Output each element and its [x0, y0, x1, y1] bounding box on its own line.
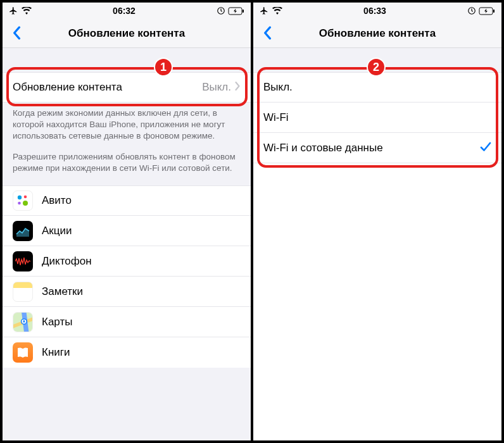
- app-label: Авито: [42, 194, 241, 207]
- app-row-notes[interactable]: Заметки: [3, 277, 251, 307]
- airplane-icon: [260, 6, 268, 15]
- app-row-stocks[interactable]: Акции: [3, 216, 251, 246]
- orientation-lock-icon: [467, 6, 476, 15]
- content-left: Обновление контента Выкл. Когда режим эк…: [3, 48, 251, 368]
- status-left: [260, 6, 282, 15]
- option-label: Wi-Fi и сотовые данные: [263, 142, 480, 154]
- option-off[interactable]: Выкл.: [253, 72, 501, 103]
- app-label: Карты: [42, 316, 241, 328]
- footer-text-2: Разрешите приложениям обновлять контент …: [13, 151, 241, 174]
- app-row-books[interactable]: Книги: [3, 337, 251, 368]
- side-by-side-container: 06:32 Обновление контента Обновление кон…: [0, 0, 504, 443]
- battery-charging-icon: [479, 7, 495, 15]
- svg-point-6: [23, 201, 28, 206]
- footer-text-1: Когда режим экономии данных включен для …: [13, 108, 241, 142]
- chevron-right-icon: [235, 81, 241, 94]
- app-row-voicememos[interactable]: Диктофон: [3, 246, 251, 277]
- svg-point-4: [24, 196, 27, 199]
- section-footer: Когда режим экономии данных включен для …: [3, 103, 251, 185]
- wifi-icon: [22, 7, 32, 15]
- books-icon: [13, 342, 33, 363]
- section-gap: [3, 48, 251, 72]
- app-label: Акции: [42, 225, 241, 237]
- back-button[interactable]: [8, 24, 25, 42]
- svg-rect-11: [493, 9, 495, 13]
- row-label: Обновление контента: [13, 81, 202, 94]
- nav-bar: Обновление контента: [253, 19, 501, 48]
- badge-1: 1: [154, 58, 173, 77]
- stocks-icon: [13, 221, 33, 241]
- status-bar: 06:32: [3, 3, 251, 19]
- status-time: 06:32: [113, 6, 135, 16]
- app-row-maps[interactable]: Карты: [3, 307, 251, 337]
- row-value: Выкл.: [202, 81, 231, 94]
- back-button[interactable]: [258, 24, 276, 42]
- option-label: Wi-Fi: [263, 111, 491, 124]
- voice-memos-icon: [13, 251, 33, 271]
- status-time: 06:33: [363, 6, 386, 16]
- status-right: [217, 6, 244, 15]
- page-title: Обновление контента: [319, 27, 436, 40]
- airplane-icon: [9, 6, 18, 15]
- chevron-left-icon: [263, 26, 272, 40]
- svg-point-3: [18, 196, 22, 199]
- status-bar: 06:33: [253, 3, 501, 19]
- option-label: Выкл.: [263, 81, 491, 94]
- wifi-icon: [272, 7, 282, 15]
- app-label: Диктофон: [42, 255, 241, 268]
- phone-right: 06:33 Обновление контента Выкл. Wi-Fi Wi…: [253, 3, 501, 440]
- page-title: Обновление контента: [68, 27, 185, 40]
- phone-left: 06:32 Обновление контента Обновление кон…: [3, 3, 251, 440]
- badge-2: 2: [367, 58, 386, 77]
- status-left: [9, 6, 32, 15]
- app-row-avito[interactable]: Авито: [3, 185, 251, 216]
- maps-icon: [13, 312, 33, 332]
- avito-icon: [13, 190, 33, 211]
- svg-point-5: [18, 202, 21, 205]
- notes-icon: [13, 282, 33, 302]
- app-label: Книги: [42, 346, 241, 359]
- battery-charging-icon: [228, 7, 244, 15]
- orientation-lock-icon: [217, 6, 225, 15]
- background-refresh-row[interactable]: Обновление контента Выкл.: [3, 72, 251, 103]
- checkmark-icon: [480, 140, 491, 155]
- option-wifi-cellular[interactable]: Wi-Fi и сотовые данные: [253, 133, 501, 163]
- app-label: Заметки: [42, 285, 241, 298]
- chevron-left-icon: [12, 26, 21, 40]
- status-right: [467, 6, 495, 15]
- blank-area: [253, 163, 501, 440]
- option-wifi[interactable]: Wi-Fi: [253, 103, 501, 133]
- svg-rect-2: [243, 9, 244, 13]
- nav-bar: Обновление контента: [3, 19, 251, 48]
